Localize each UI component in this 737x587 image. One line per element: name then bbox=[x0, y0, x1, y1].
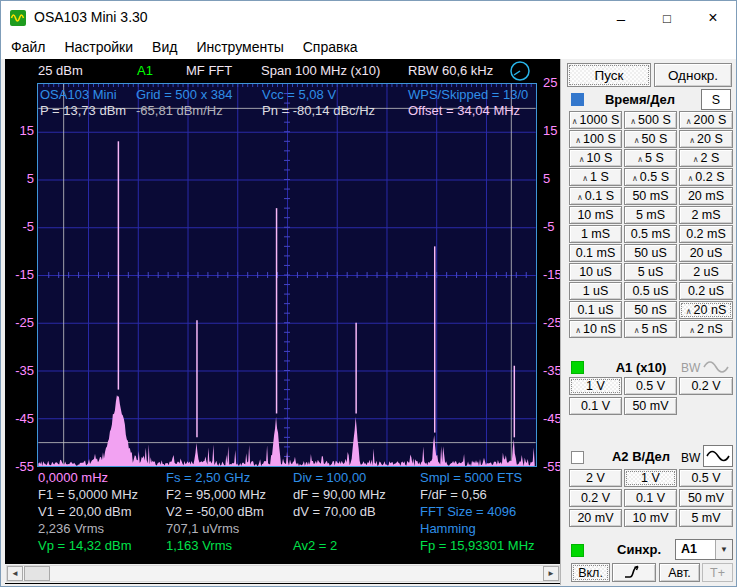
timebase-label: 10 S bbox=[587, 151, 613, 165]
scrollbar-track[interactable]: ◄ ► bbox=[6, 565, 560, 582]
a2-vdiv-button-50-mv[interactable]: 50 mV bbox=[679, 489, 733, 507]
timebase-button-2-s[interactable]: ∧2 S bbox=[679, 149, 733, 167]
mode-readout: MF FFT bbox=[186, 63, 232, 78]
timebase-button-2-us[interactable]: 2 uS bbox=[679, 263, 733, 281]
menu-item-settings[interactable]: Настройки bbox=[64, 35, 133, 55]
timebase-button-1-us[interactable]: 1 uS bbox=[569, 282, 622, 300]
timebase-button-2-ms[interactable]: 2 mS bbox=[679, 206, 733, 224]
app-window: OSA103 Mini 3.30 – □ × ФайлНастройкиВидИ… bbox=[0, 0, 737, 587]
a2-vdiv-button-20-mv[interactable]: 20 mV bbox=[569, 509, 622, 527]
timebase-button-50-ms[interactable]: 50 mS bbox=[624, 187, 677, 205]
a2-vdiv-button-1-v[interactable]: 1 V bbox=[624, 469, 677, 487]
menu-item-view[interactable]: Вид bbox=[152, 35, 177, 55]
a2-vdiv-button-0-5-v[interactable]: 0.5 V bbox=[679, 469, 733, 487]
timebase-button-5-s[interactable]: ∧5 S bbox=[624, 149, 677, 167]
scroll-right-button[interactable]: ► bbox=[543, 566, 559, 581]
single-shot-button[interactable]: Однокр. bbox=[654, 63, 732, 87]
a1-vdiv-button-0-1-v[interactable]: 0.1 V bbox=[569, 397, 622, 415]
timebase-button-5-ns[interactable]: ∧5 nS bbox=[624, 320, 677, 338]
minimize-button[interactable]: – bbox=[598, 1, 644, 35]
menu-item-tools[interactable]: Инструменты bbox=[196, 35, 283, 55]
readout-r5-c1: Vp = 14,32 dBm bbox=[38, 538, 132, 553]
a2-vdiv-button-0-1-v[interactable]: 0.1 V bbox=[624, 489, 677, 507]
timebase-button-20-ms[interactable]: 20 mS bbox=[679, 187, 733, 205]
dropdown-arrow-icon[interactable]: ▼ bbox=[715, 540, 732, 559]
a2-vdiv-button-0-2-v[interactable]: 0.2 V bbox=[569, 489, 622, 507]
run-button[interactable]: Пуск bbox=[567, 63, 651, 87]
timebase-button-1-s[interactable]: ∧1 S bbox=[569, 168, 622, 186]
timebase-color-swatch[interactable] bbox=[571, 93, 584, 106]
timebase-button-50-ns[interactable]: 50 nS bbox=[624, 301, 677, 319]
timebase-button-1-ms[interactable]: 1 mS bbox=[569, 225, 622, 243]
readout-r3-c3: dV = 70,00 dB bbox=[293, 504, 376, 519]
timebase-button-0-1-ms[interactable]: 0.1 mS bbox=[569, 244, 622, 262]
close-button[interactable]: × bbox=[690, 1, 736, 35]
a2-coupling-button[interactable] bbox=[703, 445, 733, 467]
timebase-button-20-us[interactable]: 20 uS bbox=[679, 244, 733, 262]
a1-vdiv-button-50-mv[interactable]: 50 mV bbox=[624, 397, 677, 415]
timebase-unit-box[interactable]: S bbox=[701, 89, 731, 110]
sync-t-plus-button[interactable]: Т+ bbox=[702, 563, 733, 582]
y-axis-label-left: 15 bbox=[7, 123, 34, 138]
a2-vdiv-button-10-mv[interactable]: 10 mV bbox=[624, 509, 677, 527]
sync-auto-button[interactable]: Авт. bbox=[659, 563, 700, 582]
overlay-device-name: OSA103 Mini bbox=[40, 87, 117, 102]
menu-item-help[interactable]: Справка bbox=[303, 35, 358, 55]
scrollbar-thumb[interactable] bbox=[24, 566, 50, 581]
y-axis-label-left: 5 bbox=[7, 171, 34, 186]
timebase-button-5-us[interactable]: 5 uS bbox=[624, 263, 677, 281]
spectrum-plot[interactable] bbox=[37, 83, 537, 467]
timebase-label: 5 uS bbox=[638, 265, 664, 279]
a2-enable-checkbox[interactable] bbox=[571, 451, 584, 464]
readout-r2-c4: F/dF = 0,56 bbox=[420, 487, 487, 502]
timebase-button-0-1-s[interactable]: ∧0.1 S bbox=[569, 187, 622, 205]
a2-vdiv-label: 0.1 V bbox=[636, 491, 665, 505]
a2-vdiv-button-5-mv[interactable]: 5 mV bbox=[679, 509, 733, 527]
a1-vdiv-button-0-2-v[interactable]: 0.2 V bbox=[679, 377, 733, 395]
y-axis-label-right: -25 bbox=[543, 315, 562, 330]
active-channel-readout: A1 bbox=[137, 63, 153, 78]
a1-vdiv-button-1-v[interactable]: 1 V bbox=[569, 377, 622, 395]
timebase-label: 0.1 S bbox=[585, 189, 614, 203]
timebase-button-500-s[interactable]: ∧500 S bbox=[624, 111, 677, 129]
timebase-button-10-ms[interactable]: 10 mS bbox=[569, 206, 622, 224]
timebase-button-20-ns[interactable]: ∧20 nS bbox=[679, 301, 733, 319]
timebase-button-5-ms[interactable]: 5 mS bbox=[624, 206, 677, 224]
timebase-button-200-s[interactable]: ∧200 S bbox=[679, 111, 733, 129]
ets-mark-icon: ∧ bbox=[572, 117, 578, 126]
timebase-button-2-ns[interactable]: ∧2 nS bbox=[679, 320, 733, 338]
a1-vdiv-button-0-5-v[interactable]: 0.5 V bbox=[624, 377, 677, 395]
control-panel: Пуск Однокр. Время/Дел S ∧1000 S∧500 S∧2… bbox=[560, 59, 735, 585]
timebase-button-20-s[interactable]: ∧20 S bbox=[679, 130, 733, 148]
timebase-button-0-2-us[interactable]: 0.2 uS bbox=[679, 282, 733, 300]
menu-item-file[interactable]: Файл bbox=[11, 35, 45, 55]
timebase-button-1000-s[interactable]: ∧1000 S bbox=[569, 111, 622, 129]
y-axis-label-left: -45 bbox=[7, 411, 34, 426]
timebase-button-0-5-ms[interactable]: 0.5 mS bbox=[624, 225, 677, 243]
sync-on-button[interactable]: Вкл. bbox=[571, 563, 610, 582]
a1-color-swatch[interactable] bbox=[571, 361, 584, 374]
timebase-button-50-s[interactable]: ∧50 S bbox=[624, 130, 677, 148]
sync-source-dropdown[interactable]: A1 ▼ bbox=[675, 539, 733, 560]
timebase-button-10-s[interactable]: ∧10 S bbox=[569, 149, 622, 167]
timebase-label: 5 S bbox=[645, 151, 664, 165]
timebase-button-0-2-ms[interactable]: 0.2 mS bbox=[679, 225, 733, 243]
timebase-button-50-us[interactable]: 50 uS bbox=[624, 244, 677, 262]
ets-mark-icon: ∧ bbox=[686, 117, 692, 126]
sync-slope-button[interactable] bbox=[612, 563, 656, 582]
scroll-left-button[interactable]: ◄ bbox=[7, 566, 23, 581]
timebase-label: 1000 S bbox=[580, 113, 620, 127]
timebase-button-0-5-s[interactable]: ∧0.5 S bbox=[624, 168, 677, 186]
timebase-button-0-1-us[interactable]: 0.1 uS bbox=[569, 301, 622, 319]
timebase-button-10-ns[interactable]: ∧10 nS bbox=[569, 320, 622, 338]
timebase-button-100-s[interactable]: ∧100 S bbox=[569, 130, 622, 148]
timebase-button-10-us[interactable]: 10 uS bbox=[569, 263, 622, 281]
a2-vdiv-label: 20 mV bbox=[577, 511, 613, 525]
a2-vdiv-button-2-v[interactable]: 2 V bbox=[569, 469, 622, 487]
y-axis-label-left: -5 bbox=[7, 219, 34, 234]
sync-color-swatch[interactable] bbox=[571, 544, 584, 557]
maximize-button[interactable]: □ bbox=[644, 1, 690, 35]
timebase-button-0-5-us[interactable]: 0.5 uS bbox=[624, 282, 677, 300]
timebase-button-0-2-s[interactable]: ∧0.2 S bbox=[679, 168, 733, 186]
timebase-label: 1 mS bbox=[581, 227, 610, 241]
